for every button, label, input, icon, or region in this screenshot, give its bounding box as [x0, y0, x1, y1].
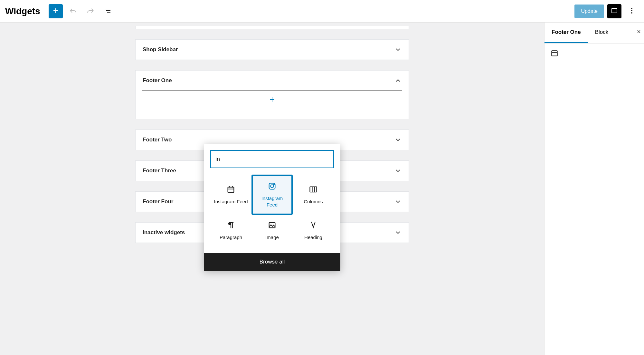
- update-button[interactable]: Update: [574, 5, 604, 18]
- page-title: Widgets: [5, 6, 40, 16]
- main: Shop Sidebar Footer One: [0, 23, 644, 355]
- svg-rect-21: [310, 187, 317, 192]
- block-label: Paragraph: [220, 234, 242, 241]
- columns-icon: [309, 185, 318, 194]
- tab-block[interactable]: Block: [588, 23, 616, 43]
- options-button[interactable]: [625, 4, 639, 18]
- calendar-icon: [226, 185, 235, 194]
- list-view-icon: [104, 7, 112, 15]
- image-icon: [268, 221, 277, 230]
- block-item-image[interactable]: Image: [251, 215, 293, 246]
- tab-widget-area[interactable]: Footer One: [545, 23, 588, 43]
- toolbar-right: Update: [574, 4, 639, 18]
- chevron-down-icon: [394, 229, 402, 236]
- more-vertical-icon: [628, 7, 636, 15]
- svg-rect-24: [269, 223, 275, 228]
- add-block-inline-button[interactable]: [142, 91, 402, 109]
- panel-title: Footer Three: [143, 168, 176, 174]
- plus-icon: [52, 7, 60, 15]
- block-label: Columns: [304, 198, 323, 205]
- settings-sidebar-toggle[interactable]: [607, 4, 621, 18]
- inserter-search-wrap: [204, 144, 340, 175]
- panel-title: Footer Two: [143, 137, 172, 143]
- widget-panel-truncated: [135, 26, 409, 29]
- chevron-down-icon: [394, 136, 402, 143]
- sidebar-body: [545, 43, 644, 65]
- paragraph-icon: [226, 221, 235, 230]
- block-label: Heading: [304, 234, 322, 241]
- search-input[interactable]: [215, 156, 323, 163]
- plus-icon: [268, 96, 276, 104]
- redo-button[interactable]: [83, 4, 98, 18]
- svg-point-8: [631, 10, 632, 11]
- sidebar-toggle-icon: [611, 7, 618, 15]
- clear-search-button[interactable]: [323, 156, 329, 162]
- chevron-up-icon: [394, 77, 402, 84]
- widget-area-icon: [550, 53, 559, 59]
- block-item-paragraph[interactable]: Paragraph: [210, 215, 251, 246]
- block-item-instagram-feed[interactable]: Instagram Feed: [210, 175, 251, 215]
- svg-point-7: [631, 8, 632, 9]
- canvas: Shop Sidebar Footer One: [0, 23, 544, 355]
- svg-point-20: [274, 184, 274, 185]
- svg-point-9: [631, 12, 632, 14]
- svg-rect-5: [612, 8, 617, 13]
- block-item-instagram-feed-selected[interactable]: Instagram Feed: [251, 175, 293, 215]
- panel-header[interactable]: Footer One: [136, 71, 409, 91]
- chevron-down-icon: [394, 167, 402, 174]
- undo-button[interactable]: [66, 4, 80, 18]
- svg-rect-14: [228, 187, 234, 192]
- search-box: [210, 150, 334, 168]
- undo-icon: [69, 7, 77, 15]
- toolbar-left: Widgets: [5, 4, 115, 18]
- block-label: Image: [265, 234, 279, 241]
- heading-icon: [309, 221, 318, 230]
- panel-title: Footer Four: [143, 198, 173, 205]
- add-block-button[interactable]: [49, 4, 63, 18]
- redo-icon: [87, 7, 94, 15]
- svg-point-19: [270, 185, 273, 187]
- block-grid: Instagram Feed Instagram Feed Columns: [204, 175, 340, 253]
- sidebar-close-button[interactable]: [634, 23, 644, 43]
- list-view-button[interactable]: [101, 4, 115, 18]
- svg-rect-27: [552, 53, 557, 56]
- close-icon: [636, 30, 641, 35]
- browse-all-button[interactable]: Browse all: [204, 253, 340, 271]
- widget-panel-footer-one: Footer One: [135, 70, 409, 119]
- panel-header[interactable]: Shop Sidebar: [136, 40, 409, 60]
- panel-title: Shop Sidebar: [143, 46, 178, 53]
- instagram-icon: [268, 182, 277, 191]
- block-item-heading[interactable]: Heading: [293, 215, 334, 246]
- panel-title: Inactive widgets: [143, 229, 185, 236]
- chevron-down-icon: [394, 198, 402, 205]
- panel-title: Footer One: [143, 77, 172, 84]
- settings-sidebar: Footer One Block: [544, 23, 644, 355]
- sidebar-tabs: Footer One Block: [545, 23, 644, 43]
- block-inserter-popover: Instagram Feed Instagram Feed Columns: [204, 144, 340, 271]
- block-label: Instagram Feed: [255, 195, 289, 208]
- editor-toolbar: Widgets Update: [0, 0, 644, 23]
- panel-body: [136, 91, 409, 119]
- chevron-down-icon: [394, 46, 402, 53]
- widget-panel-shop-sidebar: Shop Sidebar: [135, 39, 409, 60]
- block-item-columns[interactable]: Columns: [293, 175, 334, 215]
- block-label: Instagram Feed: [214, 198, 248, 205]
